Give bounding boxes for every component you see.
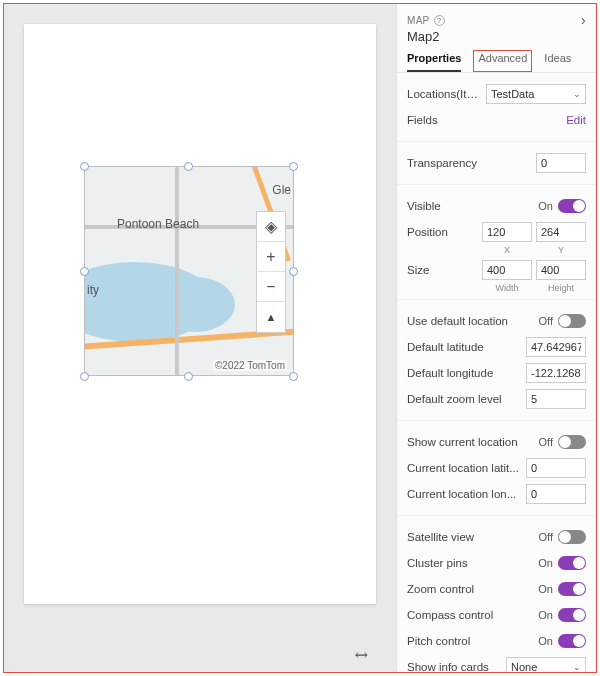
input-current-lat[interactable] [526, 458, 586, 478]
input-default-lon[interactable] [526, 363, 586, 383]
input-width[interactable] [482, 260, 532, 280]
input-default-zoom[interactable] [526, 389, 586, 409]
label-fields: Fields [407, 114, 566, 126]
input-default-lat[interactable] [526, 337, 586, 357]
resize-handle-e[interactable] [289, 267, 298, 276]
resize-handle-se[interactable] [289, 372, 298, 381]
resize-handle-s[interactable] [184, 372, 193, 381]
map-controls-stack: ◈ + − ▲ [256, 211, 286, 333]
edit-fields-link[interactable]: Edit [566, 114, 586, 126]
resize-handle-ne[interactable] [289, 162, 298, 171]
label-transparency: Transparency [407, 157, 536, 169]
section-datasource: Locations(Items) TestData⌄ Fields Edit [397, 73, 596, 142]
input-pos-y[interactable] [536, 222, 586, 242]
canvas-area[interactable]: Pontoon Beach Gle ity ©2022 TomTom ◈ + −… [4, 4, 396, 672]
tab-properties[interactable]: Properties [407, 52, 461, 72]
section-appearance: Transparency [397, 142, 596, 185]
input-pos-x[interactable] [482, 222, 532, 242]
resize-diagonal-icon[interactable]: ⤢ [350, 643, 373, 666]
locations-select[interactable]: TestData⌄ [486, 84, 586, 104]
label-size: Size [407, 264, 482, 276]
label-position: Position [407, 226, 482, 238]
map-label-ity: ity [87, 283, 99, 297]
select-info-cards[interactable]: None⌄ [506, 657, 586, 672]
toggle-visible[interactable] [558, 199, 586, 213]
section-current-location: Show current location Off Current locati… [397, 421, 596, 516]
label-locations: Locations(Items) [407, 88, 486, 100]
toggle-cluster-pins[interactable] [558, 556, 586, 570]
control-name[interactable]: Map2 [407, 29, 586, 44]
map-label-pontoon: Pontoon Beach [117, 217, 199, 231]
toggle-use-default-location[interactable] [558, 314, 586, 328]
map-label-gle: Gle [272, 183, 291, 197]
input-current-lon[interactable] [526, 484, 586, 504]
toggle-pitch-control[interactable] [558, 634, 586, 648]
resize-handle-sw[interactable] [80, 372, 89, 381]
toggle-satellite[interactable] [558, 530, 586, 544]
resize-handle-nw[interactable] [80, 162, 89, 171]
resize-handle-n[interactable] [184, 162, 193, 171]
app-screen: Pontoon Beach Gle ity ©2022 TomTom ◈ + −… [24, 24, 376, 604]
input-height[interactable] [536, 260, 586, 280]
properties-panel: MAP ? › Map2 Properties Advanced Ideas L… [396, 4, 596, 672]
zoom-in-button[interactable]: + [257, 242, 285, 272]
label-visible: Visible [407, 200, 538, 212]
input-transparency[interactable] [536, 153, 586, 173]
tab-ideas[interactable]: Ideas [544, 52, 571, 72]
help-icon[interactable]: ? [434, 15, 445, 26]
zoom-out-button[interactable]: − [257, 272, 285, 302]
resize-handle-w[interactable] [80, 267, 89, 276]
compass-icon[interactable]: ◈ [257, 212, 285, 242]
map-attribution: ©2022 TomTom [213, 360, 287, 371]
toggle-zoom-control[interactable] [558, 582, 586, 596]
pitch-icon[interactable]: ▲ [257, 302, 285, 332]
section-layout: Visible On Position XY Size WidthHeight [397, 185, 596, 300]
panel-tabs: Properties Advanced Ideas [397, 46, 596, 73]
tab-advanced[interactable]: Advanced [473, 50, 532, 72]
collapse-panel-icon[interactable]: › [581, 12, 586, 28]
section-default-location: Use default location Off Default latitud… [397, 300, 596, 421]
panel-category: MAP [407, 15, 430, 26]
toggle-show-current-location[interactable] [558, 435, 586, 449]
map-control-selected[interactable]: Pontoon Beach Gle ity ©2022 TomTom ◈ + −… [84, 166, 294, 376]
section-map-controls: Satellite viewOff Cluster pinsOn Zoom co… [397, 516, 596, 672]
toggle-compass-control[interactable] [558, 608, 586, 622]
